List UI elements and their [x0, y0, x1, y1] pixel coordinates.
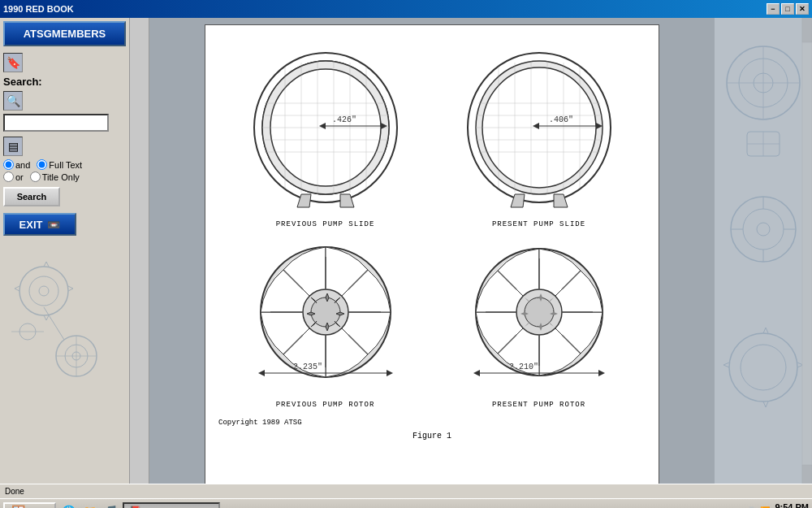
- diagram-area: .426" PREVIOUS PUMP SLIDE: [218, 38, 646, 474]
- left-nav-strip: [130, 18, 149, 484]
- taskbar-ie-icon[interactable]: 🌐: [59, 502, 77, 509]
- svg-point-2: [39, 286, 49, 296]
- search-button[interactable]: Search: [3, 187, 60, 206]
- exit-icon: 📼: [47, 219, 60, 231]
- app-title: 1990 RED BOOK: [3, 4, 74, 14]
- svg-point-0: [19, 267, 68, 315]
- windows-logo-icon: 🪟: [11, 505, 25, 509]
- app-icon: 📕: [129, 506, 141, 509]
- previous-pump-slide-label: PREVIOUS PUMP SLIDE: [276, 220, 375, 228]
- taskbar-right: 🔊 📶 9:54 PM 5/22/2017: [745, 502, 809, 509]
- window-controls: − □ ✕: [767, 3, 809, 15]
- page-container: .426" PREVIOUS PUMP SLIDE: [205, 24, 659, 484]
- svg-marker-60: [258, 370, 265, 376]
- copyright-text: Copyright 1989 ATSG: [218, 419, 302, 427]
- radio-fulltext[interactable]: Full Text: [37, 159, 82, 170]
- title-bar: 1990 RED BOOK − □ ✕: [0, 0, 812, 18]
- main-content: .426" PREVIOUS PUMP SLIDE: [149, 18, 715, 484]
- radio-group: and Full Text or Title Only: [3, 159, 126, 182]
- radio-titleonly[interactable]: Title Only: [30, 172, 80, 182]
- svg-rect-95: [802, 18, 812, 484]
- taskbar-app-redbook[interactable]: 📕 1990 RED BOOK: [123, 502, 220, 509]
- search-input[interactable]: [3, 114, 109, 132]
- figure-caption: Figure 1: [412, 432, 451, 441]
- svg-rect-96: [802, 18, 812, 42]
- radio-row-1: and Full Text: [3, 159, 126, 170]
- maximize-button[interactable]: □: [781, 3, 794, 15]
- present-pump-rotor-label: PRESENT PUMP ROTOR: [492, 401, 585, 409]
- svg-line-8: [44, 307, 64, 340]
- right-strip: [715, 18, 812, 484]
- previous-pump-slide-diagram: .426" PREVIOUS PUMP SLIDE: [244, 38, 407, 228]
- ie-icon: 🌐: [62, 505, 76, 509]
- sidebar-decorative: [3, 242, 126, 480]
- atsg-members-button[interactable]: ATSGMEMBERS: [3, 21, 126, 46]
- status-bar: Done: [0, 484, 812, 498]
- taskbar-folder-icon[interactable]: 📁: [80, 502, 98, 509]
- present-pump-slide-diagram: .406" PRESENT PUMP SLIDE: [458, 38, 620, 228]
- previous-pump-rotor-diagram: 2.235" PREVIOUS PUMP ROTOR: [248, 235, 403, 409]
- present-pump-rotor-diagram: 2.210" PRESENT PUMP ROTOR: [462, 235, 616, 409]
- radio-row-2: or Title Only: [3, 172, 126, 182]
- exit-button[interactable]: EXIT 📼: [3, 213, 76, 236]
- start-button[interactable]: 🪟 Start: [3, 502, 56, 509]
- svg-point-94: [741, 345, 786, 390]
- close-button[interactable]: ✕: [796, 3, 809, 15]
- top-diagrams-row: .426" PREVIOUS PUMP SLIDE: [218, 38, 646, 228]
- svg-marker-61: [387, 370, 393, 376]
- sidebar: ATSGMEMBERS 🔖 Search: 🔍 ▤ and Full Text: [0, 18, 130, 484]
- svg-point-93: [729, 333, 797, 402]
- svg-text:.406": .406": [549, 115, 573, 124]
- radio-or[interactable]: or: [3, 172, 24, 182]
- media-icon: 🎵: [104, 505, 118, 509]
- svg-rect-97: [802, 465, 812, 484]
- search-icon[interactable]: 🔍: [3, 91, 23, 111]
- svg-point-88: [757, 223, 770, 236]
- system-clock: 9:54 PM 5/22/2017: [775, 502, 809, 509]
- nav-icon[interactable]: ▤: [3, 137, 23, 156]
- sidebar-icon-row-3: ▤: [3, 137, 126, 156]
- minimize-button[interactable]: −: [767, 3, 780, 15]
- svg-marker-76: [598, 370, 605, 376]
- svg-text:.426": .426": [332, 115, 356, 124]
- folder-icon: 📁: [83, 505, 97, 509]
- svg-point-87: [743, 209, 784, 250]
- radio-and[interactable]: and: [3, 159, 30, 170]
- previous-pump-rotor-label: PREVIOUS PUMP ROTOR: [276, 401, 375, 409]
- bookmark-icon[interactable]: 🔖: [3, 53, 23, 72]
- status-text: Done: [5, 487, 24, 496]
- sidebar-icon-row-1: 🔖: [3, 53, 126, 72]
- taskbar-media-icon[interactable]: 🎵: [102, 502, 119, 509]
- svg-point-1: [29, 276, 58, 306]
- search-section-label: Search:: [3, 76, 126, 88]
- svg-marker-75: [473, 370, 480, 376]
- sidebar-icon-row-2: 🔍: [3, 91, 126, 111]
- svg-text:2.235": 2.235": [293, 363, 322, 371]
- svg-text:2.210": 2.210": [509, 363, 538, 371]
- present-pump-slide-label: PRESENT PUMP SLIDE: [492, 220, 585, 228]
- app-body: ATSGMEMBERS 🔖 Search: 🔍 ▤ and Full Text: [0, 18, 812, 484]
- bottom-diagrams-row: 2.235" PREVIOUS PUMP ROTOR: [218, 235, 646, 409]
- taskbar: 🪟 Start 🌐 📁 🎵 📕 1990 RED BOOK 🔊 📶 9:54 P…: [0, 498, 812, 508]
